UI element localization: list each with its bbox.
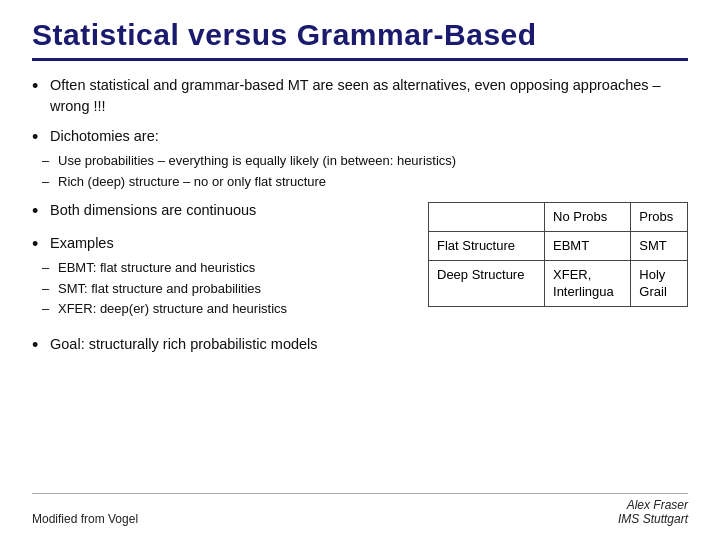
bullet-dot-2: • — [32, 126, 50, 149]
table-cell-flat-label: Flat Structure — [429, 231, 545, 260]
row-with-table: • Both dimensions are continuous • Examp… — [32, 200, 688, 320]
bullet-item-1: • Often statistical and grammar-based MT… — [32, 75, 688, 117]
bullet-text-1: Often statistical and grammar-based MT a… — [50, 75, 688, 117]
footer-right: Alex FraserIMS Stuttgart — [618, 498, 688, 526]
sub-bullets-4: – EBMT: flat structure and heuristics – … — [42, 258, 287, 319]
slide-title: Statistical versus Grammar-Based — [32, 18, 537, 51]
sub-text-4-0: EBMT: flat structure and heuristics — [58, 258, 255, 278]
table-header-probs: Probs — [631, 203, 688, 232]
sub-item-4-2: – XFER: deep(er) structure and heuristic… — [42, 299, 287, 319]
sub-item-2-1: – Rich (deep) structure – no or only fla… — [42, 172, 456, 192]
bullet-dot-1: • — [32, 75, 50, 98]
footer: Modified from Vogel Alex FraserIMS Stutt… — [32, 493, 688, 526]
sub-bullets-2: – Use probabilities – everything is equa… — [42, 151, 456, 191]
title-bar: Statistical versus Grammar-Based — [32, 18, 688, 61]
table-cell-holygrail: HolyGrail — [631, 260, 688, 306]
table-cell-smt: SMT — [631, 231, 688, 260]
sub-item-2-0: – Use probabilities – everything is equa… — [42, 151, 456, 171]
table-header-empty — [429, 203, 545, 232]
sub-text-2-0: Use probabilities – everything is equall… — [58, 151, 456, 171]
table-header-row: No Probs Probs — [429, 203, 688, 232]
slide: Statistical versus Grammar-Based • Often… — [0, 0, 720, 540]
bullet-item-2: • Dichotomies are: – Use probabilities –… — [32, 126, 688, 191]
content-area: • Often statistical and grammar-based MT… — [32, 75, 688, 483]
table-row-flat: Flat Structure EBMT SMT — [429, 231, 688, 260]
sub-text-4-1: SMT: flat structure and probabilities — [58, 279, 261, 299]
sub-text-2-1: Rich (deep) structure – no or only flat … — [58, 172, 326, 192]
table-header-noprobs: No Probs — [545, 203, 631, 232]
footer-left: Modified from Vogel — [32, 512, 138, 526]
bullet-dot-5: • — [32, 334, 50, 357]
bullet-item-5: • Goal: structurally rich probabilistic … — [32, 334, 688, 357]
grid-table: No Probs Probs Flat Structure EBMT SMT D… — [428, 202, 688, 306]
table-cell-deep-label: Deep Structure — [429, 260, 545, 306]
bullet-item-4: • Examples – EBMT: flat structure and he… — [32, 233, 418, 319]
bullet-item-3: • Both dimensions are continuous — [32, 200, 418, 223]
bullet-dot-3: • — [32, 200, 50, 223]
bullet-text-4: Examples — [50, 233, 114, 254]
left-column: • Both dimensions are continuous • Examp… — [32, 200, 418, 320]
sub-item-4-1: – SMT: flat structure and probabilities — [42, 279, 287, 299]
table-cell-xfer: XFER,Interlingua — [545, 260, 631, 306]
sub-item-4-0: – EBMT: flat structure and heuristics — [42, 258, 287, 278]
bullet-text-3: Both dimensions are continuous — [50, 200, 256, 221]
sub-text-4-2: XFER: deep(er) structure and heuristics — [58, 299, 287, 319]
table-cell-ebmt: EBMT — [545, 231, 631, 260]
bullet-text-2: Dichotomies are: — [50, 126, 159, 147]
bullet-text-5: Goal: structurally rich probabilistic mo… — [50, 334, 318, 355]
table-row-deep: Deep Structure XFER,Interlingua HolyGrai… — [429, 260, 688, 306]
bullet-dot-4: • — [32, 233, 50, 256]
comparison-table: No Probs Probs Flat Structure EBMT SMT D… — [428, 202, 688, 306]
